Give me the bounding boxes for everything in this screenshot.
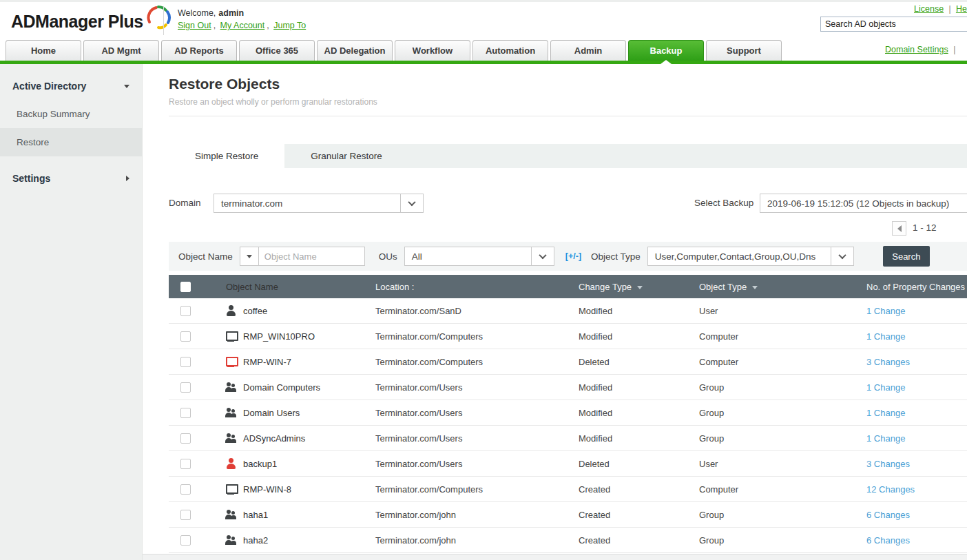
change-type: Modified [579, 433, 699, 444]
search-ad-objects-input[interactable] [820, 17, 967, 32]
change-type: Modified [579, 382, 699, 393]
object-name-input[interactable] [258, 247, 365, 266]
sidebar-item-restore[interactable]: Restore [0, 128, 142, 156]
my-account-link[interactable]: My Account [220, 21, 265, 30]
nav-tab[interactable]: Office 365 [239, 40, 315, 61]
backup-select[interactable]: 2019-06-19 15:12:05 (12 Objects in backu… [760, 194, 967, 213]
help-link[interactable]: Help [956, 4, 967, 14]
horizontal-scrollbar[interactable] [143, 554, 967, 560]
top-right-links: License | Help [914, 4, 967, 14]
object-type-icon [225, 382, 237, 393]
nav-tab[interactable]: Support [706, 40, 782, 61]
col-location: Location : [375, 282, 579, 292]
nav-tab[interactable]: Workflow [395, 40, 470, 61]
property-changes-link[interactable]: 1 Change [866, 306, 905, 316]
expand-collapse-toggle[interactable]: [+/-] [565, 251, 581, 261]
field-selector-dropdown[interactable] [240, 247, 258, 266]
row-checkbox[interactable] [180, 535, 191, 546]
jump-to-link[interactable]: Jump To [273, 21, 306, 30]
domain-settings-link[interactable]: Domain Settings [885, 45, 948, 54]
title-divider [169, 116, 967, 116]
restore-tab-list: Simple RestoreGranular Restore [169, 144, 967, 168]
col-object-name: Object Name [202, 282, 375, 292]
search-button[interactable]: Search [883, 246, 930, 267]
previous-page-button[interactable] [892, 221, 906, 236]
object-type-icon [225, 509, 237, 520]
property-changes-link[interactable]: 1 Change [866, 408, 905, 418]
table-header-row: Object Name Location : Change Type Objec… [169, 275, 967, 298]
table-row: backup1 Terminator.com/Users Deleted Use… [169, 451, 967, 477]
nav-tab[interactable]: Admin [550, 40, 626, 61]
sidebar: Active Directory Backup Summary Restore … [0, 64, 143, 560]
restore-tab[interactable]: Simple Restore [169, 144, 284, 168]
ous-select[interactable]: All [404, 247, 554, 266]
nav-tab[interactable]: Automation [472, 40, 548, 61]
row-checkbox[interactable] [180, 357, 191, 367]
chevron-down-icon[interactable] [400, 194, 423, 212]
property-changes-link[interactable]: 1 Change [866, 433, 905, 444]
row-checkbox[interactable] [180, 306, 191, 316]
select-all-checkbox[interactable] [180, 282, 191, 292]
object-type: User [699, 459, 866, 469]
app-header: ADManager Plus Welcome,admin Sign Out, M… [0, 2, 967, 40]
app-logo[interactable]: ADManager Plus [11, 9, 172, 34]
object-type-icon [225, 407, 237, 418]
change-type: Created [579, 535, 699, 546]
row-checkbox[interactable] [180, 408, 191, 418]
object-type: Group [699, 433, 866, 444]
main-nav: HomeAD MgmtAD ReportsOffice 365AD Delega… [0, 40, 967, 61]
property-changes-link[interactable]: 3 Changes [866, 459, 910, 469]
nav-tab[interactable]: AD Reports [161, 40, 237, 61]
sort-caret-icon[interactable] [752, 286, 758, 289]
col-object-type[interactable]: Object Type [699, 282, 866, 292]
object-type-label: Object Type [591, 251, 641, 262]
sidebar-section-settings[interactable]: Settings [0, 156, 142, 184]
col-change-type[interactable]: Change Type [579, 282, 699, 292]
filter-bar: Object Name OUs All [+/-] Object Type Us… [169, 242, 967, 271]
change-type: Created [579, 484, 699, 495]
domain-select[interactable]: terminator.com [214, 194, 424, 213]
sidebar-section-active-directory[interactable]: Active Directory [0, 64, 142, 92]
nav-tab[interactable]: AD Delegation [317, 40, 393, 61]
object-type: Computer [699, 357, 866, 367]
property-changes-link[interactable]: 3 Changes [866, 357, 910, 367]
row-checkbox[interactable] [180, 331, 191, 342]
sign-out-link[interactable]: Sign Out [178, 21, 211, 30]
property-changes-link[interactable]: 6 Changes [866, 510, 910, 520]
row-checkbox[interactable] [180, 510, 191, 520]
object-location: Terminator.com/john [375, 510, 579, 520]
nav-tab-list: HomeAD MgmtAD ReportsOffice 365AD Delega… [6, 40, 967, 61]
object-type: Group [699, 382, 866, 393]
nav-tab[interactable]: Home [6, 40, 81, 61]
chevron-down-icon[interactable] [831, 247, 853, 265]
objects-table: Object Name Location : Change Type Objec… [169, 275, 967, 553]
object-name: haha1 [243, 510, 268, 520]
nav-tab[interactable]: AD Mgmt [83, 40, 159, 61]
row-checkbox[interactable] [180, 459, 191, 469]
change-type: Deleted [579, 357, 699, 367]
pagination-row: 1 - 12 [169, 221, 967, 236]
object-name: RMP_WIN10PRO [243, 331, 315, 342]
table-row: haha2 Terminator.com/john Created Group … [169, 528, 967, 553]
table-row: ADSyncAdmins Terminator.com/Users Modifi… [169, 426, 967, 451]
row-checkbox[interactable] [180, 382, 191, 393]
chevron-down-icon[interactable] [531, 247, 554, 265]
change-type: Modified [579, 408, 699, 418]
property-changes-link[interactable]: 1 Change [866, 382, 905, 393]
restore-tab[interactable]: Granular Restore [284, 144, 408, 168]
property-changes-link[interactable]: 12 Changes [866, 484, 915, 495]
object-type-select[interactable]: User,Computer,Contact,Group,OU,Dns [647, 247, 854, 266]
sort-caret-icon[interactable] [637, 286, 643, 289]
row-checkbox[interactable] [180, 484, 191, 495]
object-name: coffee [243, 306, 267, 316]
select-backup-label: Select Backup [694, 194, 753, 213]
nav-tab[interactable]: Backup [628, 40, 704, 61]
property-changes-link[interactable]: 1 Change [866, 331, 905, 342]
object-location: Terminator.com/SanD [375, 306, 579, 316]
sidebar-item-backup-summary[interactable]: Backup Summary [0, 100, 142, 128]
header-divider [163, 6, 164, 35]
object-name: ADSyncAdmins [243, 433, 305, 444]
row-checkbox[interactable] [180, 433, 191, 444]
license-link[interactable]: License [914, 4, 944, 14]
property-changes-link[interactable]: 6 Changes [866, 535, 910, 546]
